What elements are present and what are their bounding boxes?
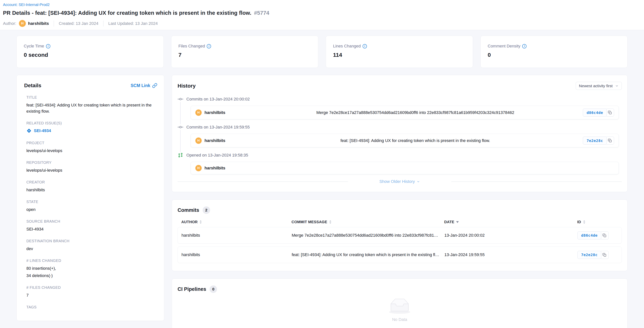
info-icon[interactable]: i xyxy=(46,44,50,48)
sort-icon xyxy=(329,220,332,224)
page-header: Account: SEI-Internal-Prod2 PR Details -… xyxy=(0,0,644,30)
info-icon[interactable]: i xyxy=(207,44,211,48)
copy-icon[interactable] xyxy=(606,109,614,117)
issue-diamond-icon xyxy=(26,128,32,133)
commit-table-row: harshilbits Merge 7e2e28ce17a27a888e5307… xyxy=(178,227,622,244)
metric-card-lines-changed: Lines Changed i 114 xyxy=(326,36,473,68)
account-breadcrumb-link[interactable]: Account: SEI-Internal-Prod2 xyxy=(3,2,50,7)
commits-panel: Commits 2 AUTHOR COMMIT MESSAGE xyxy=(172,199,628,271)
commits-heading: Commits xyxy=(178,207,199,213)
metric-label: Cycle Time i xyxy=(24,44,156,49)
history-opened-card: H harshilbits xyxy=(191,162,619,174)
copy-icon[interactable] xyxy=(600,251,609,259)
commit-hash-group: 7e2e28c xyxy=(583,137,614,145)
cell-message: Merge 7e2e28ce17a27a888e530754dd6ad21609… xyxy=(292,233,444,238)
commits-count-badge: 2 xyxy=(203,206,210,214)
timeline-event-label: Commits on 13-Jan-2024 20:00:02 xyxy=(178,96,622,102)
pr-number: #5774 xyxy=(254,10,270,16)
sort-icon xyxy=(583,220,586,224)
commit-message: Merge 7e2e28ce17a27a888e530754dd6ad21609… xyxy=(248,110,583,115)
show-older-history-link[interactable]: Show Older History xyxy=(380,179,420,184)
sort-icon xyxy=(200,220,202,224)
sort-desc-icon xyxy=(456,221,459,223)
pr-opened-icon xyxy=(178,152,183,158)
column-header-author[interactable]: AUTHOR xyxy=(181,220,292,224)
pr-details-page: Account: SEI-Internal-Prod2 PR Details -… xyxy=(0,0,644,328)
field-source-branch: SOURCE BRANCH SEI-4934 xyxy=(26,219,157,232)
divider xyxy=(451,181,622,182)
commit-table-row: harshilbits feat: [SEI-4934]: Adding UX … xyxy=(178,247,622,263)
metric-value: 114 xyxy=(333,52,466,58)
metric-value: 7 xyxy=(178,52,311,58)
divider xyxy=(54,20,54,26)
divider xyxy=(178,181,348,182)
commit-hash-badge[interactable]: d86c4de xyxy=(583,109,607,117)
empty-inbox-icon xyxy=(388,299,412,314)
link-icon xyxy=(152,83,157,88)
field-creator: CREATOR harshilbits xyxy=(26,180,157,193)
info-icon[interactable]: i xyxy=(522,44,526,48)
metric-value: 0 second xyxy=(24,52,156,58)
commit-hash-badge[interactable]: 7e2e28c xyxy=(583,137,607,145)
history-commit-card: H harshilbits Merge 7e2e28ce17a27a888e53… xyxy=(191,106,619,119)
commit-author: H harshilbits xyxy=(195,109,248,116)
history-sort-dropdown[interactable]: Newest activity first xyxy=(576,82,622,90)
field-tags: TAGS xyxy=(26,305,157,309)
chevron-down-icon xyxy=(615,84,618,88)
chevron-down-icon xyxy=(417,180,420,183)
column-header-id[interactable]: ID xyxy=(577,220,618,224)
cell-id: 7e2e28c xyxy=(578,251,618,259)
metric-value: 0 xyxy=(488,52,620,58)
details-panel: Details SCM Link TITLE xyxy=(16,75,164,321)
main-content: Cycle Time i 0 second Files Changed i 7 … xyxy=(0,36,644,328)
ci-pipelines-heading: CI Pipelines xyxy=(178,286,206,292)
metric-card-comment-density: Comment Density i 0 xyxy=(480,36,628,68)
field-destination-branch: DESTINATION BRANCH dev xyxy=(26,239,157,252)
avatar: H xyxy=(19,20,26,27)
commit-hash-badge[interactable]: d86c4de xyxy=(578,231,601,239)
copy-icon[interactable] xyxy=(606,137,614,145)
commits-table-header: AUTHOR COMMIT MESSAGE DATE ID xyxy=(178,220,622,224)
copy-icon[interactable] xyxy=(600,231,609,239)
last-updated-date: Last Updated: 13 Jan 2024 xyxy=(108,21,158,26)
empty-state: No Data xyxy=(178,299,622,322)
avatar: H xyxy=(195,138,202,144)
column-header-commit-message[interactable]: COMMIT MESSAGE xyxy=(292,220,444,224)
field-repository: REPOSITORY levelops/ui-levelops xyxy=(26,161,157,173)
related-issue-link[interactable]: SEI-4934 xyxy=(26,128,51,133)
cell-author: harshilbits xyxy=(182,252,292,257)
author-name: harshilbits xyxy=(28,21,49,26)
history-timeline: Commits on 13-Jan-2024 20:00:02 H harshi… xyxy=(178,96,622,184)
metric-label: Files Changed i xyxy=(178,44,311,49)
commit-author: H harshilbits xyxy=(195,165,248,171)
created-date: Created: 13 Jan 2024 xyxy=(59,21,98,26)
show-older-row: Show Older History xyxy=(178,179,622,184)
no-data-text: No Data xyxy=(392,317,407,322)
details-heading: Details xyxy=(24,83,41,89)
ci-pipelines-count-badge: 0 xyxy=(210,285,217,293)
commit-author: H harshilbits xyxy=(195,138,248,144)
author-label: Author: xyxy=(3,21,16,26)
timeline-event-label: Commits on 13-Jan-2024 19:59:55 xyxy=(178,124,622,130)
history-panel: History Newest activity first xyxy=(172,75,628,192)
field-project: PROJECT levelops/ui-levelops xyxy=(26,141,157,154)
field-title: TITLE feat: [SEI-4934]: Adding UX for cr… xyxy=(26,95,157,114)
history-heading: History xyxy=(178,83,196,89)
cell-author: harshilbits xyxy=(182,233,292,238)
field-lines-changed: # LINES CHANGED 80 insertions(+), 34 del… xyxy=(26,259,157,279)
commit-hash-badge[interactable]: 7e2e28c xyxy=(578,251,601,259)
metric-label: Lines Changed i xyxy=(333,44,466,49)
page-title: PR Details - feat: [SEI-4934]: Adding UX… xyxy=(3,10,644,16)
divider xyxy=(103,20,104,26)
timeline-event-label: Opened on 13-Jan-2024 19:58:35 xyxy=(178,152,622,158)
author-row: Author: H harshilbits Created: 13 Jan 20… xyxy=(3,20,644,27)
scm-link[interactable]: SCM Link xyxy=(130,83,157,88)
field-files-changed: # FILES CHANGED 7 xyxy=(26,285,157,298)
column-header-date[interactable]: DATE xyxy=(444,220,577,224)
history-commit-card: H harshilbits feat: [SEI-4934]: Adding U… xyxy=(191,134,619,147)
commit-hash-group: d86c4de xyxy=(583,109,614,117)
info-icon[interactable]: i xyxy=(362,44,367,48)
cell-date: 13-Jan-2024 20:00:02 xyxy=(444,233,578,238)
field-related-issues: RELATED ISSUE(S) SEI-4934 xyxy=(26,121,157,134)
metric-card-files-changed: Files Changed i 7 xyxy=(171,36,318,68)
